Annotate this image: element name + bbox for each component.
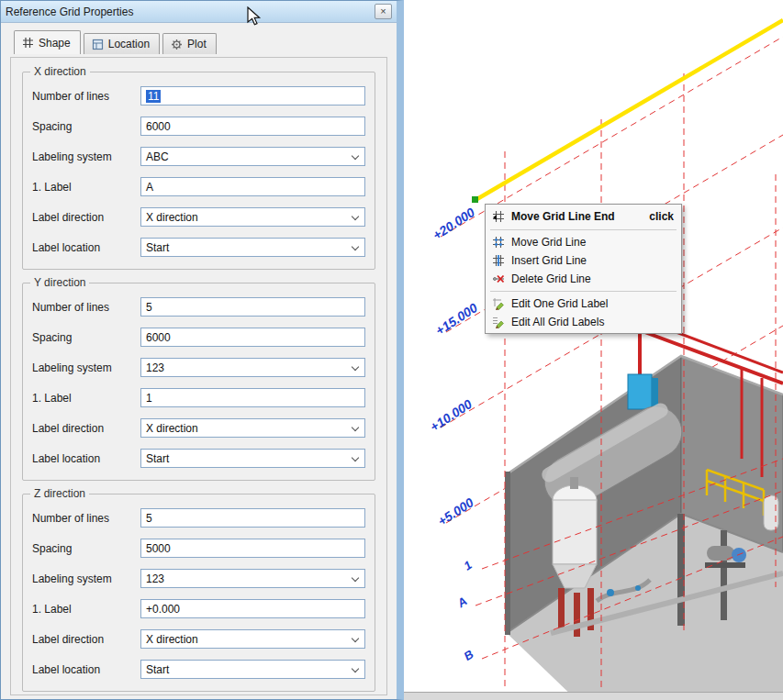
input-value: 6000	[146, 331, 171, 344]
delete-grid-line-icon	[491, 272, 506, 286]
field-row: Spacing 6000	[32, 328, 365, 347]
grid-axis-label[interactable]: A	[454, 594, 470, 610]
field-row: Label location Start	[32, 449, 365, 468]
chevron-down-icon	[352, 152, 359, 160]
field-label: 1. Label	[32, 603, 140, 616]
menu-item-move-grid-line[interactable]: Move Grid Line	[487, 233, 679, 251]
field-label: Labeling system	[32, 361, 140, 374]
tab-shape[interactable]: Shape	[14, 30, 81, 54]
grid-shape-icon	[22, 37, 34, 49]
chevron-down-icon	[352, 454, 359, 461]
input-value: 5	[146, 512, 152, 525]
z-label-direction-select[interactable]: X direction	[140, 629, 365, 649]
field-row: Label direction X direction	[32, 418, 365, 438]
x-label-direction-select[interactable]: X direction	[140, 207, 365, 227]
move-grid-line-icon	[491, 235, 506, 250]
field-label: Spacing	[32, 542, 140, 555]
y-label-location-select[interactable]: Start	[140, 449, 365, 468]
group-legend: Y direction	[30, 276, 89, 289]
grid-elevation-label[interactable]: +15.000	[433, 300, 481, 338]
app-root: Reference Grid Properties × Shape Locati…	[0, 0, 783, 700]
dialog-titlebar[interactable]: Reference Grid Properties ×	[1, 1, 397, 23]
field-row: Spacing 6000	[32, 117, 365, 136]
input-value: 11	[146, 90, 161, 103]
menu-item-label: Move Grid Line	[511, 236, 586, 249]
y-spacing-input[interactable]: 6000	[140, 328, 365, 347]
field-row: Label location Start	[32, 238, 365, 257]
menu-item-move-grid-line-end[interactable]: Move Grid Line End click	[487, 206, 679, 227]
y-label-direction-select[interactable]: X direction	[140, 418, 365, 438]
menu-separator	[490, 291, 677, 292]
edit-one-grid-label-icon	[491, 296, 506, 311]
shape-tab-page: X direction Number of lines 11 Spacing 6…	[10, 57, 387, 695]
tab-plot[interactable]: Plot	[162, 33, 217, 54]
y-labeling-system-select[interactable]: 123	[140, 358, 365, 377]
tab-label: Plot	[187, 38, 207, 50]
z-first-label-input[interactable]: +0.000	[140, 599, 365, 618]
field-label: Spacing	[32, 120, 140, 133]
grid-line-end-handle[interactable]	[472, 196, 478, 203]
group-z-direction: Z direction Number of lines 5 Spacing 50…	[22, 494, 375, 692]
field-row: 1. Label 1	[32, 388, 365, 407]
select-value: X direction	[146, 211, 198, 224]
y-number-of-lines-input[interactable]: 5	[140, 297, 365, 317]
menu-item-edit-one-grid-label[interactable]: Edit One Grid Label	[487, 294, 679, 313]
selected-grid-line[interactable]	[475, 20, 783, 200]
z-label-location-select[interactable]: Start	[140, 660, 365, 679]
z-spacing-input[interactable]: 5000	[140, 539, 365, 558]
x-labeling-system-select[interactable]: ABC	[140, 147, 365, 166]
grid-elevation-label[interactable]: +10.000	[428, 396, 475, 434]
context-menu: Move Grid Line End click Move Grid Line …	[485, 204, 682, 334]
menu-item-insert-grid-line[interactable]: Insert Grid Line	[487, 251, 679, 270]
input-value: 6000	[146, 120, 171, 133]
select-value: Start	[146, 452, 169, 465]
field-row: Label direction X direction	[32, 207, 365, 227]
grid-elevation-label[interactable]: +5.000	[435, 494, 476, 528]
chevron-down-icon	[352, 363, 359, 371]
x-first-label-input[interactable]: A	[140, 177, 365, 196]
select-value: 123	[146, 572, 164, 585]
select-value: 123	[146, 361, 164, 374]
menu-item-delete-grid-line[interactable]: Delete Grid Line	[487, 270, 679, 288]
field-label: Number of lines	[32, 301, 140, 314]
select-value: Start	[146, 241, 169, 254]
field-row: Labeling system 123	[32, 358, 365, 377]
viewport-3d[interactable]: +20.000 +15.000 +10.000 +5.000 1 A B Mov…	[404, 0, 783, 700]
location-icon	[92, 39, 104, 50]
z-labeling-system-select[interactable]: 123	[140, 569, 365, 588]
mouse-cursor	[247, 6, 262, 27]
select-value: X direction	[146, 633, 198, 646]
menu-item-label: Delete Grid Line	[511, 272, 591, 285]
group-x-direction: X direction Number of lines 11 Spacing 6…	[22, 72, 375, 270]
close-button[interactable]: ×	[375, 4, 392, 19]
select-value: X direction	[146, 422, 198, 435]
field-label: 1. Label	[32, 181, 140, 194]
grid-elevation-label[interactable]: +20.000	[431, 205, 478, 242]
x-spacing-input[interactable]: 6000	[140, 117, 365, 136]
field-label: Labeling system	[32, 150, 140, 163]
field-row: Labeling system ABC	[32, 147, 365, 166]
x-number-of-lines-input[interactable]: 11	[140, 86, 365, 106]
tab-label: Location	[108, 38, 150, 50]
gear-icon	[171, 39, 183, 50]
chevron-down-icon	[352, 574, 359, 582]
z-number-of-lines-input[interactable]: 5	[140, 508, 365, 528]
field-label: Label location	[32, 241, 140, 254]
menu-item-edit-all-grid-labels[interactable]: Edit All Grid Labels	[487, 313, 679, 331]
field-row: Number of lines 5	[32, 297, 365, 317]
field-row: Label direction X direction	[32, 629, 365, 649]
y-first-label-input[interactable]: 1	[140, 388, 365, 407]
insert-grid-line-icon	[491, 253, 506, 268]
field-row: Number of lines 11	[32, 86, 365, 106]
grid-axis-label[interactable]: 1	[461, 558, 474, 573]
field-label: Label location	[32, 452, 140, 465]
field-label: Number of lines	[32, 512, 140, 525]
field-row: Number of lines 5	[32, 508, 365, 528]
input-value: +0.000	[146, 603, 180, 616]
grid-axis-label[interactable]: B	[462, 647, 476, 663]
tab-location[interactable]: Location	[84, 33, 160, 54]
reference-grid-properties-dialog: Reference Grid Properties × Shape Locati…	[0, 0, 404, 700]
chevron-down-icon	[352, 635, 359, 642]
field-label: Label direction	[32, 422, 140, 435]
x-label-location-select[interactable]: Start	[140, 238, 365, 257]
